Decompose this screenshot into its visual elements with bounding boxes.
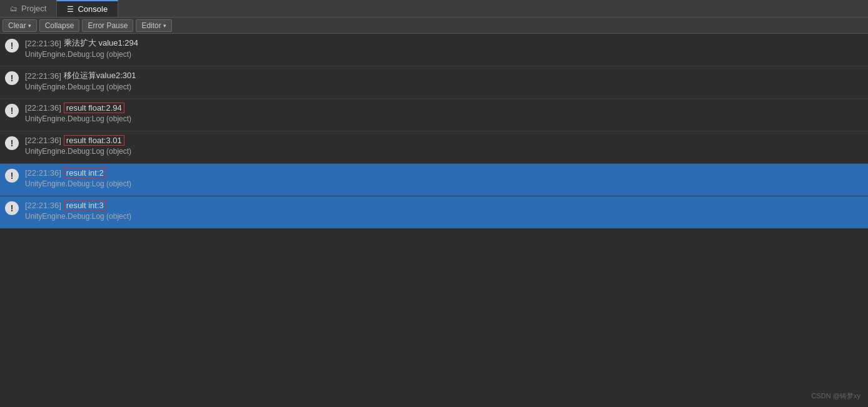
log-timestamp: [22:21:36] (25, 168, 61, 178)
console-content: ![22:21:36] 乘法扩大 value1:294UnityEngine.D… (0, 34, 868, 407)
log-main-line: [22:21:36] 乘法扩大 value1:294 (25, 38, 138, 49)
project-icon: 🗂 (10, 4, 18, 13)
log-text-block: [22:21:36] 移位运算value2:301UnityEngine.Deb… (25, 70, 136, 91)
tab-project[interactable]: 🗂 Project (0, 0, 56, 17)
warning-icon: ! (5, 39, 19, 53)
warning-icon: ! (5, 136, 19, 150)
log-main-line: [22:21:36] 移位运算value2:301 (25, 70, 136, 81)
warning-icon: ! (5, 104, 19, 118)
log-highlighted-value: result int:2 (64, 168, 106, 178)
log-main-line: [22:21:36]result int:2 (25, 168, 131, 178)
log-entry[interactable]: ![22:21:36]result float:3.01UnityEngine.… (0, 131, 868, 164)
log-entry[interactable]: ![22:21:36] 乘法扩大 value1:294UnityEngine.D… (0, 34, 868, 66)
log-timestamp: [22:21:36] (25, 201, 61, 210)
tab-project-label: Project (21, 4, 46, 13)
clear-button[interactable]: Clear ▾ (3, 19, 37, 32)
collapse-button[interactable]: Collapse (39, 19, 80, 32)
log-sub-text: UnityEngine.Debug:Log (object) (25, 114, 131, 123)
log-entry[interactable]: ![22:21:36]result int:2UnityEngine.Debug… (0, 164, 868, 196)
editor-chevron-icon: ▾ (163, 23, 166, 29)
console-icon: ☰ (67, 5, 74, 14)
log-sub-text: UnityEngine.Debug:Log (object) (25, 147, 131, 156)
log-main-line: [22:21:36]result float:3.01 (25, 135, 131, 146)
error-pause-button[interactable]: Error Pause (82, 19, 133, 32)
log-sub-text: UnityEngine.Debug:Log (object) (25, 212, 131, 221)
log-entry[interactable]: ![22:21:36]result float:2.94UnityEngine.… (0, 99, 868, 131)
tab-console[interactable]: ☰ Console (56, 0, 118, 17)
warning-icon: ! (5, 71, 19, 85)
log-text-block: [22:21:36]result float:3.01UnityEngine.D… (25, 135, 131, 156)
log-sub-text: UnityEngine.Debug:Log (object) (25, 50, 138, 59)
log-message: 乘法扩大 value1:294 (64, 38, 138, 49)
tab-console-label: Console (78, 4, 108, 14)
warning-icon: ! (5, 169, 19, 183)
editor-label: Editor (141, 21, 161, 30)
log-timestamp: [22:21:36] (25, 136, 61, 145)
log-timestamp: [22:21:36] (25, 71, 61, 81)
collapse-label: Collapse (45, 21, 74, 30)
log-main-line: [22:21:36]result float:2.94 (25, 103, 131, 113)
editor-button[interactable]: Editor ▾ (136, 19, 171, 32)
log-entry[interactable]: ![22:21:36] 移位运算value2:301UnityEngine.De… (0, 66, 868, 99)
log-highlighted-value: result float:3.01 (64, 135, 124, 146)
tab-bar: 🗂 Project ☰ Console (0, 0, 868, 18)
log-main-line: [22:21:36]result int:3 (25, 200, 131, 211)
log-sub-text: UnityEngine.Debug:Log (object) (25, 83, 136, 91)
watermark: CSDN @铸梦xy (812, 391, 860, 401)
warning-icon: ! (5, 201, 19, 215)
log-highlighted-value: result float:2.94 (64, 103, 124, 113)
log-message: 移位运算value2:301 (64, 70, 136, 81)
log-highlighted-value: result int:3 (64, 200, 106, 211)
log-text-block: [22:21:36]result int:2UnityEngine.Debug:… (25, 168, 131, 188)
clear-chevron-icon: ▾ (28, 23, 31, 29)
error-pause-label: Error Pause (88, 21, 128, 30)
log-text-block: [22:21:36] 乘法扩大 value1:294UnityEngine.De… (25, 38, 138, 59)
log-text-block: [22:21:36]result int:3UnityEngine.Debug:… (25, 200, 131, 221)
clear-label: Clear (8, 21, 26, 30)
log-sub-text: UnityEngine.Debug:Log (object) (25, 179, 131, 188)
console-toolbar: Clear ▾ Collapse Error Pause Editor ▾ (0, 18, 868, 34)
log-text-block: [22:21:36]result float:2.94UnityEngine.D… (25, 103, 131, 123)
log-timestamp: [22:21:36] (25, 39, 61, 48)
log-timestamp: [22:21:36] (25, 103, 61, 113)
log-entry[interactable]: ![22:21:36]result int:3UnityEngine.Debug… (0, 196, 868, 229)
